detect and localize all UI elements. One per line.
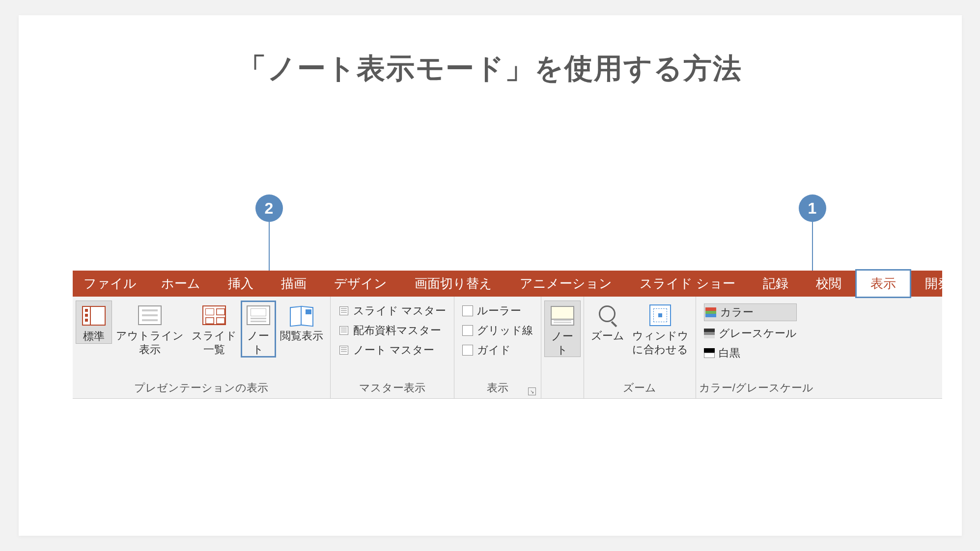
checkbox-icon bbox=[462, 305, 473, 316]
notes-page-icon bbox=[247, 305, 270, 325]
zoom-button[interactable]: ズーム bbox=[587, 301, 628, 343]
tab-review[interactable]: 校閲 bbox=[802, 271, 855, 297]
slide-title: 「ノート表示モード」を使用する方法 bbox=[58, 50, 923, 88]
callout-line-1 bbox=[812, 222, 813, 271]
tab-animation[interactable]: アニメーション bbox=[506, 271, 626, 297]
group-presentation-views: 標準 アウトライン 表示 スライド 一覧 ノー ト bbox=[73, 297, 331, 398]
color-mode-button[interactable]: カラー bbox=[704, 303, 797, 321]
bw-mode-label: 白黒 bbox=[719, 346, 740, 360]
notes-master-label: ノート マスター bbox=[353, 343, 434, 358]
group-notes-pane: ノー ト bbox=[541, 297, 584, 398]
notes-pane-button[interactable]: ノー ト bbox=[544, 301, 581, 357]
group-label-notes-pane bbox=[544, 381, 581, 398]
guides-label: ガイド bbox=[477, 343, 511, 358]
color-mode-label: カラー bbox=[720, 305, 754, 320]
tab-transition[interactable]: 画面切り替え bbox=[401, 271, 506, 297]
group-label-color-grayscale: カラー/グレースケール bbox=[699, 379, 813, 398]
checkbox-icon bbox=[462, 325, 473, 336]
notes-master-icon bbox=[339, 346, 348, 355]
reading-view-label: 閲覧表示 bbox=[280, 329, 323, 343]
normal-view-button[interactable]: 標準 bbox=[76, 301, 112, 344]
slide-master-icon bbox=[339, 306, 348, 315]
slide-master-button[interactable]: スライド マスター bbox=[338, 303, 446, 318]
ribbon-body: 標準 アウトライン 表示 スライド 一覧 ノー ト bbox=[73, 297, 942, 399]
grayscale-swatch-icon bbox=[704, 329, 715, 338]
normal-view-label: 標準 bbox=[83, 330, 105, 343]
outline-view-icon bbox=[138, 305, 162, 325]
fit-to-window-button[interactable]: ウィンドウ に合わせる bbox=[628, 301, 693, 356]
checkbox-icon bbox=[462, 345, 473, 356]
tab-view[interactable]: 表示 bbox=[855, 269, 911, 298]
tab-home[interactable]: ホーム bbox=[147, 271, 214, 297]
reading-view-icon bbox=[290, 305, 313, 325]
reading-view-button[interactable]: 閲覧表示 bbox=[276, 301, 327, 343]
group-label-presentation-views: プレゼンテーションの表示 bbox=[76, 379, 327, 398]
ribbon-tabs: ファイル ホーム 挿入 描画 デザイン 画面切り替え アニメーション スライド … bbox=[73, 271, 942, 297]
tab-insert[interactable]: 挿入 bbox=[214, 271, 267, 297]
group-show: ルーラー グリッド線 ガイド 表示 ↘ bbox=[454, 297, 541, 398]
ruler-checkbox[interactable]: ルーラー bbox=[462, 303, 533, 318]
ruler-label: ルーラー bbox=[477, 303, 521, 318]
notes-page-button[interactable]: ノー ト bbox=[241, 301, 276, 358]
outline-view-label: アウトライン 表示 bbox=[116, 329, 184, 356]
group-master-views: スライド マスター 配布資料マスター ノート マスター マスター表示 bbox=[331, 297, 454, 398]
group-zoom: ズーム ウィンドウ に合わせる ズーム bbox=[584, 297, 696, 398]
notes-page-label: ノー ト bbox=[247, 329, 269, 356]
zoom-icon bbox=[597, 304, 618, 326]
handout-master-label: 配布資料マスター bbox=[353, 323, 441, 338]
tab-record[interactable]: 記録 bbox=[749, 271, 802, 297]
callout-circle-1: 1 bbox=[799, 194, 826, 222]
color-swatch-icon bbox=[705, 307, 716, 317]
tab-developer[interactable]: 開発 bbox=[911, 271, 964, 297]
grayscale-mode-label: グレースケール bbox=[719, 326, 797, 341]
tab-slideshow[interactable]: スライド ショー bbox=[626, 271, 749, 297]
grayscale-mode-button[interactable]: グレースケール bbox=[704, 326, 797, 341]
tab-design[interactable]: デザイン bbox=[320, 271, 401, 297]
slide-sorter-label: スライド 一覧 bbox=[192, 329, 237, 356]
gridlines-checkbox[interactable]: グリッド線 bbox=[462, 323, 533, 338]
group-color-grayscale: カラー グレースケール 白黒 カラー/グレースケール bbox=[696, 297, 816, 398]
notes-pane-label: ノー ト bbox=[551, 330, 573, 357]
show-group-launcher[interactable]: ↘ bbox=[528, 387, 536, 395]
tab-draw[interactable]: 描画 bbox=[267, 271, 320, 297]
handout-master-icon bbox=[339, 326, 348, 335]
group-label-master-views: マスター表示 bbox=[334, 379, 451, 398]
ribbon: ファイル ホーム 挿入 描画 デザイン 画面切り替え アニメーション スライド … bbox=[73, 271, 942, 399]
guides-checkbox[interactable]: ガイド bbox=[462, 343, 533, 358]
notes-master-button[interactable]: ノート マスター bbox=[338, 343, 446, 358]
handout-master-button[interactable]: 配布資料マスター bbox=[338, 323, 446, 338]
gridlines-label: グリッド線 bbox=[477, 323, 533, 338]
bw-mode-button[interactable]: 白黒 bbox=[704, 346, 797, 360]
slide-sorter-button[interactable]: スライド 一覧 bbox=[188, 301, 241, 356]
slide-master-label: スライド マスター bbox=[353, 303, 446, 318]
callout-1: 1 bbox=[799, 194, 826, 271]
outline-view-button[interactable]: アウトライン 表示 bbox=[112, 301, 188, 356]
zoom-label: ズーム bbox=[591, 329, 624, 343]
group-label-show: 表示 ↘ bbox=[457, 379, 538, 398]
fit-to-window-label: ウィンドウ に合わせる bbox=[632, 329, 689, 356]
group-label-zoom: ズーム bbox=[587, 379, 693, 398]
tab-file[interactable]: ファイル bbox=[73, 271, 147, 297]
fit-to-window-icon bbox=[649, 304, 671, 326]
bw-swatch-icon bbox=[704, 348, 715, 358]
callout-circle-2: 2 bbox=[255, 194, 283, 222]
slide-sorter-icon bbox=[202, 305, 226, 325]
notes-pane-icon bbox=[551, 306, 574, 326]
normal-view-icon bbox=[82, 306, 106, 326]
slide: 「ノート表示モード」を使用する方法 1 2 ファイル ホーム 挿入 描画 デザイ… bbox=[19, 15, 962, 536]
